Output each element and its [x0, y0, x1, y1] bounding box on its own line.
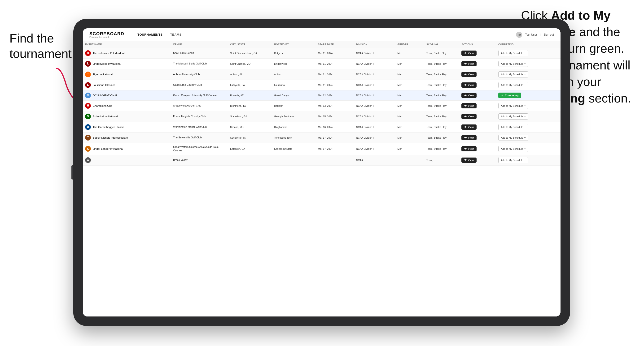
venue-cell: Forest Heights Country Club [171, 111, 228, 122]
gender-cell: Men [395, 122, 424, 133]
table-row: B The Carpetbagger Classic Worthington M… [83, 122, 560, 133]
col-hosted-by: HOSTED BY [272, 41, 316, 48]
gender-cell: Men [395, 90, 424, 101]
city-state-cell: Sevierville, TN [228, 133, 272, 143]
event-name-text: Linger Longer Invitational [93, 147, 123, 151]
view-button[interactable]: 👁 View [462, 93, 476, 98]
competing-cell: Add to My Schedule + [496, 155, 560, 165]
team-logo: K [85, 146, 91, 152]
view-button[interactable]: 👁 View [462, 103, 476, 108]
city-state-cell: Auburn, AL [228, 69, 272, 80]
actions-cell: 👁 View [459, 80, 496, 90]
actions-cell: 👁 View [459, 69, 496, 80]
annotation-left: Find the tournament. [10, 31, 66, 61]
table-row: T Bobby Nichols Intercollegiate The Sevi… [83, 133, 560, 143]
event-name-cell: X [83, 155, 171, 165]
event-name-text: Tiger Invitational [93, 73, 112, 76]
view-button[interactable]: 👁 View [462, 50, 476, 56]
venue-cell: The Missouri Bluffs Golf Club [171, 59, 228, 69]
competing-cell: Add to My Schedule + [496, 69, 560, 80]
competing-cell: Add to My Schedule + [496, 143, 560, 155]
event-name-text: Champions Cup [93, 104, 112, 108]
venue-cell: Auburn University Club [171, 69, 228, 80]
divider: | [540, 33, 541, 36]
division-cell: NCAA Division I [354, 80, 395, 90]
plus-icon: + [524, 159, 526, 162]
division-cell: NCAA Division I [354, 101, 395, 111]
add-to-schedule-button[interactable]: Add to My Schedule + [498, 157, 528, 163]
city-state-cell: Saint Charles, MO [228, 59, 272, 69]
view-button[interactable]: 👁 View [462, 72, 476, 77]
event-name-text: Lindenwood Invitational [93, 62, 121, 66]
table-row: H Champions Cup Shadow Hawk Golf ClubRic… [83, 101, 560, 111]
start-date-cell: Mar 13, 2024 [316, 101, 354, 111]
view-button[interactable]: 👁 View [462, 125, 476, 130]
actions-cell: 👁 View [459, 59, 496, 69]
city-state-cell [228, 155, 272, 165]
event-name-text: GCU INVITATIONAL [93, 94, 118, 97]
sign-out-link[interactable]: Sign out [544, 33, 554, 36]
city-state-cell: Eatonton, GA [228, 143, 272, 155]
team-logo: X [85, 157, 91, 163]
add-to-schedule-button[interactable]: Add to My Schedule + [498, 61, 528, 67]
scoring-cell: Team, [424, 155, 459, 165]
add-to-schedule-button[interactable]: Add to My Schedule + [498, 103, 528, 109]
hosted-by-cell: Louisiana [272, 80, 316, 90]
tablet-screen: SCOREBOARD Powered by clippd TOURNAMENTS… [83, 28, 560, 317]
add-to-schedule-button[interactable]: Add to My Schedule + [498, 113, 528, 120]
view-button[interactable]: 👁 View [462, 114, 476, 119]
add-to-schedule-button[interactable]: Add to My Schedule + [498, 82, 528, 88]
competing-cell: ✓ Competing [496, 90, 560, 101]
plus-icon: + [524, 83, 526, 87]
event-name-cell: G GCU INVITATIONAL [83, 90, 171, 101]
start-date-cell: Mar 11, 2024 [316, 48, 354, 59]
scoring-cell: Team, Stroke Play [424, 90, 459, 101]
view-button[interactable]: 👁 View [462, 61, 476, 66]
eye-icon: 👁 [464, 137, 466, 139]
col-venue: VENUE [171, 41, 228, 48]
view-button[interactable]: 👁 View [462, 82, 476, 88]
venue-cell: Grand Canyon University Golf Course [171, 90, 228, 101]
gender-cell: Men [395, 80, 424, 90]
start-date-cell: Mar 11, 2024 [316, 59, 354, 69]
eye-icon: 👁 [464, 126, 466, 129]
tab-tournaments[interactable]: TOURNAMENTS [134, 31, 166, 38]
add-to-schedule-button[interactable]: Add to My Schedule + [498, 135, 528, 141]
venue-cell: Worthington Manor Golf Club [171, 122, 228, 133]
add-to-schedule-button[interactable]: Add to My Schedule + [498, 124, 528, 130]
start-date-cell [316, 155, 354, 165]
view-button[interactable]: 👁 View [462, 146, 476, 151]
col-city-state: CITY, STATE [228, 41, 272, 48]
eye-icon: 👁 [464, 148, 466, 150]
plus-icon: + [524, 73, 526, 76]
event-name-cell: K Linger Longer Invitational [83, 143, 171, 155]
city-state-cell: Phoenix, AZ [228, 90, 272, 101]
add-to-schedule-button[interactable]: Add to My Schedule + [498, 50, 528, 56]
table-body: R The Johnnie - O Individual Sea Palms R… [83, 48, 560, 166]
app-header: SCOREBOARD Powered by clippd TOURNAMENTS… [83, 28, 560, 41]
city-state-cell: Richmond, TX [228, 101, 272, 111]
table-row: K Linger Longer Invitational Great Water… [83, 143, 560, 155]
actions-cell: 👁 View [459, 101, 496, 111]
add-to-schedule-button[interactable]: Add to My Schedule + [498, 71, 528, 77]
event-name-cell: T Bobby Nichols Intercollegiate [83, 133, 171, 143]
eye-icon: 👁 [464, 159, 466, 161]
venue-cell: Brook Valley [171, 155, 228, 165]
team-logo: S [85, 114, 91, 119]
competing-cell: Add to My Schedule + [496, 111, 560, 122]
tab-teams[interactable]: TEAMS [166, 31, 186, 38]
add-to-schedule-button[interactable]: Add to My Schedule + [498, 146, 528, 152]
table-row: X Brook ValleyNCAATeam, 👁 View Add to My… [83, 155, 560, 165]
user-name: Test User [525, 33, 537, 36]
competing-button[interactable]: ✓ Competing [498, 93, 521, 98]
scoring-cell: Team, Stroke Play [424, 48, 459, 59]
gender-cell: Men [395, 111, 424, 122]
view-button[interactable]: 👁 View [462, 135, 476, 140]
scoring-cell: Team, Stroke Play [424, 59, 459, 69]
division-cell: NCAA Division I [354, 122, 395, 133]
division-cell: NCAA Division I [354, 111, 395, 122]
competing-cell: Add to My Schedule + [496, 133, 560, 143]
hosted-by-cell: Rutgers [272, 48, 316, 59]
actions-cell: 👁 View [459, 48, 496, 59]
view-button[interactable]: 👁 View [462, 158, 476, 163]
